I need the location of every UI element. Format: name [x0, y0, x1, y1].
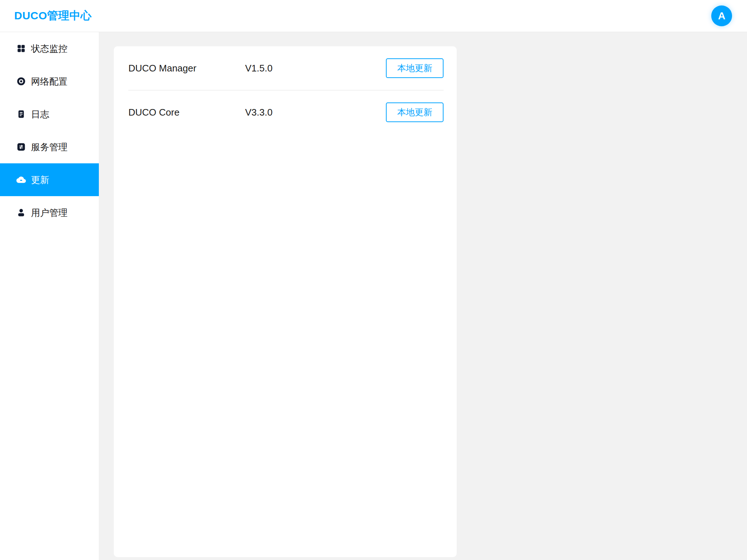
sidebar-item-update[interactable]: 更新 — [0, 163, 99, 196]
service-swap-icon — [16, 142, 26, 152]
network-icon — [16, 77, 26, 86]
sidebar-item-label: 用户管理 — [31, 207, 67, 219]
app-window: DUCO管理中心 A 状态监控 — [0, 0, 747, 560]
content-area: DUCO Manager V1.5.0 本地更新 DUCO Core V3.3.… — [99, 32, 747, 560]
component-name: DUCO Manager — [128, 63, 245, 74]
sidebar-item-service-management[interactable]: 服务管理 — [0, 131, 99, 163]
user-avatar[interactable]: A — [711, 5, 732, 26]
grid-icon — [16, 44, 26, 53]
sidebar-item-label: 更新 — [31, 174, 49, 186]
app-logo: DUCO管理中心 — [14, 8, 92, 23]
sidebar-item-status-monitor[interactable]: 状态监控 — [0, 32, 99, 65]
sidebar-item-label: 服务管理 — [31, 141, 67, 153]
local-update-button[interactable]: 本地更新 — [386, 58, 444, 78]
app-header: DUCO管理中心 A — [0, 0, 747, 32]
sidebar-item-user-management[interactable]: 用户管理 — [0, 196, 99, 229]
component-version: V3.3.0 — [245, 107, 272, 118]
local-update-button[interactable]: 本地更新 — [386, 102, 444, 122]
app-body: 状态监控 网络配置 — [0, 32, 747, 560]
sidebar-item-network-config[interactable]: 网络配置 — [0, 65, 99, 98]
log-icon — [16, 109, 26, 119]
update-card: DUCO Manager V1.5.0 本地更新 DUCO Core V3.3.… — [114, 46, 457, 557]
sidebar-item-label: 日志 — [31, 108, 49, 120]
sidebar-item-logs[interactable]: 日志 — [0, 98, 99, 131]
sidebar: 状态监控 网络配置 — [0, 32, 99, 560]
sidebar-item-label: 网络配置 — [31, 75, 67, 88]
update-cloud-icon — [16, 175, 26, 184]
update-row-duco-core: DUCO Core V3.3.0 本地更新 — [128, 90, 444, 134]
component-version: V1.5.0 — [245, 63, 272, 74]
update-row-duco-manager: DUCO Manager V1.5.0 本地更新 — [128, 46, 444, 90]
user-icon — [16, 208, 26, 217]
component-name: DUCO Core — [128, 107, 245, 118]
sidebar-item-label: 状态监控 — [31, 43, 67, 55]
